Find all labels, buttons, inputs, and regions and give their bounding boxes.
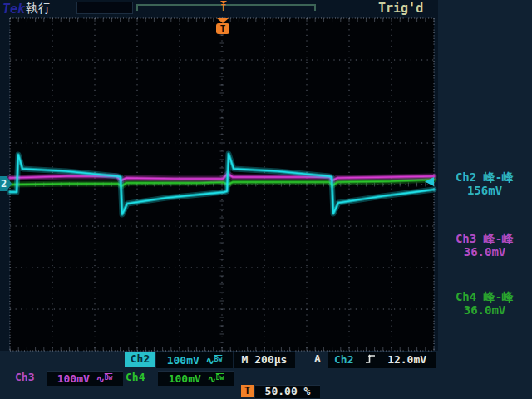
measurement-ch3-pkpk: Ch3 峰-峰 36.0mV: [439, 232, 530, 259]
ch3-scale-readout: 100mV ∿Bw: [47, 371, 123, 386]
ch2-channel-badge: Ch2: [125, 352, 155, 367]
horizontal-label: M: [242, 353, 249, 366]
ch2-scale-readout: 100mV ∿Bw: [156, 352, 233, 368]
trigger-position-badge: T: [241, 385, 254, 397]
trigger-level-value: 12.0mV: [387, 353, 426, 366]
horizontal-scale-readout: M 200µs: [234, 352, 295, 368]
ch3-coupling-icon: ∿: [96, 373, 105, 385]
trigger-t-badge: T: [216, 23, 229, 34]
trigger-mode-label: A: [314, 352, 321, 367]
trigger-state-label: Trig'd: [378, 1, 423, 16]
ch4-scale-value: 100mV: [169, 372, 201, 385]
ch4-channel-label: Ch4: [126, 370, 145, 385]
ch3-bandwidth-icon: Bw: [105, 374, 113, 382]
ch2-scale-value: 100mV: [167, 354, 200, 367]
measurement-ch2-label: Ch2 峰-峰: [439, 170, 530, 184]
ch3-scale-value: 100mV: [57, 372, 90, 385]
ch4-coupling-icon: ∿: [208, 373, 216, 385]
trigger-position-value: 50.00 %: [255, 385, 320, 398]
titlebar-recess: [76, 2, 133, 14]
trigger-position-marker[interactable]: T: [216, 18, 229, 34]
trigger-source: Ch2: [334, 353, 353, 366]
trigger-position-bar-icon[interactable]: T: [218, 1, 229, 13]
measurement-ch2-value: 156mV: [439, 184, 530, 197]
ch3-channel-label: Ch3: [15, 370, 34, 385]
trigger-t-glyph: T: [218, 4, 229, 12]
measurement-ch4-pkpk: Ch4 峰-峰 36.0mV: [439, 290, 530, 317]
rising-edge-icon: [365, 353, 376, 364]
trigger-readout: Ch2 12.0mV: [328, 352, 436, 368]
measurement-ch3-label: Ch3 峰-峰: [439, 232, 530, 245]
ch2-coupling-icon: ∿: [206, 355, 214, 367]
tek-logo: Tek: [2, 2, 25, 17]
ch4-scale-readout: 100mV ∿Bw: [158, 371, 234, 386]
graticule-canvas: [0, 0, 532, 399]
measurement-ch4-value: 36.0mV: [439, 303, 530, 317]
acquisition-status: 執行: [26, 1, 51, 17]
measurement-ch3-value: 36.0mV: [439, 245, 530, 259]
measurement-ch4-label: Ch4 峰-峰: [439, 290, 530, 303]
measurement-ch2-pkpk: Ch2 峰-峰 156mV: [439, 170, 530, 197]
ch2-bandwidth-icon: Bw: [214, 356, 223, 363]
horizontal-value: 200µs: [254, 353, 287, 366]
ch4-bandwidth-icon: Bw: [216, 374, 224, 382]
